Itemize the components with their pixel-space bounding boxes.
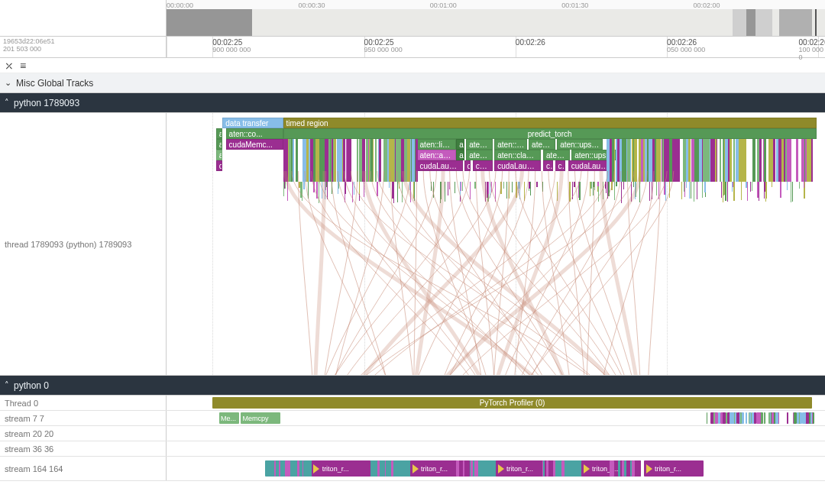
stream36-label: stream 36 36 (0, 441, 167, 456)
slice-pytorch-profiler[interactable]: PyTorch Profiler (0) (212, 397, 811, 409)
slice-aten-co[interactable]: aten::co... (226, 128, 283, 139)
chevron-up-icon: ˄ (5, 380, 9, 390)
ruler-label: 00:02:25900 000 000 (212, 38, 251, 54)
menu-icon[interactable]: ≡ (20, 60, 26, 72)
stream20-row[interactable]: stream 20 20 (0, 426, 825, 441)
stream36-row[interactable]: stream 36 36 (0, 441, 825, 457)
overview-block (167, 9, 252, 36)
python0-header[interactable]: ˄ python 0 (0, 376, 825, 396)
slice-triton[interactable]: triton_r... (644, 460, 704, 477)
overview-tick: 00:01:30 (561, 2, 588, 9)
slice-memcpy[interactable]: Memcpy H... (241, 412, 280, 424)
overview-minimap[interactable]: 00:00:00 00:00:30 00:01:00 00:01:30 00:0… (0, 0, 825, 37)
chevron-up-icon: ˄ (5, 98, 9, 108)
slice-data-transfer[interactable]: data transfer (222, 118, 283, 128)
overview-tick: 00:02:00 (694, 2, 720, 9)
toolbar: ⤫ ≡ (0, 58, 825, 73)
chevron-down-icon: ⌄ (5, 78, 11, 88)
time-axis[interactable]: 19653d22:06e51 201 503 000 00:02:25900 0… (0, 37, 825, 58)
overview-cursor (815, 9, 817, 36)
stream164-label: stream 164 164 (0, 457, 167, 480)
overview-gutter (0, 0, 167, 36)
misc-global-header[interactable]: ⌄ Misc Global Tracks (0, 73, 825, 93)
stream20-label: stream 20 20 (0, 426, 167, 441)
collapse-all-icon[interactable]: ⤫ (5, 60, 14, 72)
overview-tick: 00:00:30 (298, 2, 325, 9)
profiler-root[interactable]: 00:00:00 00:00:30 00:01:00 00:01:30 00:0… (0, 0, 825, 504)
slice-triton[interactable]: triton_r... (410, 460, 470, 477)
ruler-label: 00:02:26 (516, 38, 545, 47)
ruler-label: 00:02:26050 000 000 (667, 38, 705, 54)
stream7-label: stream 7 7 (0, 411, 167, 425)
overview-block (746, 9, 756, 36)
overview-block (779, 9, 812, 36)
python-process-header[interactable]: ˄ python 1789093 (0, 93, 825, 113)
stream164-row[interactable]: stream 164 164 triton_r...triton_r...tri… (0, 457, 825, 481)
misc-global-label: Misc Global Tracks (16, 78, 93, 89)
ruler-label: 00:02:26100 000 0 (799, 38, 825, 62)
thread-label: thread 1789093 (python) 1789093 (0, 113, 167, 375)
slice-memcpy[interactable]: Me... (219, 412, 239, 424)
thread0-row[interactable]: Thread 0 PyTorch Profiler (0) (0, 396, 825, 411)
trace-id: 19653d22:06e51 201 503 000 (0, 37, 167, 57)
trace-sub: 201 503 000 (3, 46, 163, 53)
slice-triton[interactable]: triton_r... (312, 460, 371, 477)
slice-timed-region[interactable]: timed region (283, 118, 817, 128)
overview-tick: 00:01:00 (430, 2, 457, 9)
slice-at[interactable]: at... (216, 128, 223, 139)
python-process-label: python 1789093 (14, 98, 79, 108)
flame-canvas[interactable]: data transfer timed region at... aten::c… (167, 113, 825, 375)
slice-predict-torch[interactable]: predict_torch (283, 128, 817, 139)
main-thread-track[interactable]: thread 1789093 (python) 1789093 data tra… (0, 113, 825, 376)
overview-bg (167, 9, 825, 36)
python0-label: python 0 (14, 380, 49, 391)
stream7-row[interactable]: stream 7 7 Me... Memcpy H... (0, 411, 825, 426)
ruler-label: 00:02:25950 000 000 (364, 38, 403, 54)
thread0-label: Thread 0 (0, 396, 167, 410)
overview-tick: 00:00:00 (167, 2, 193, 9)
